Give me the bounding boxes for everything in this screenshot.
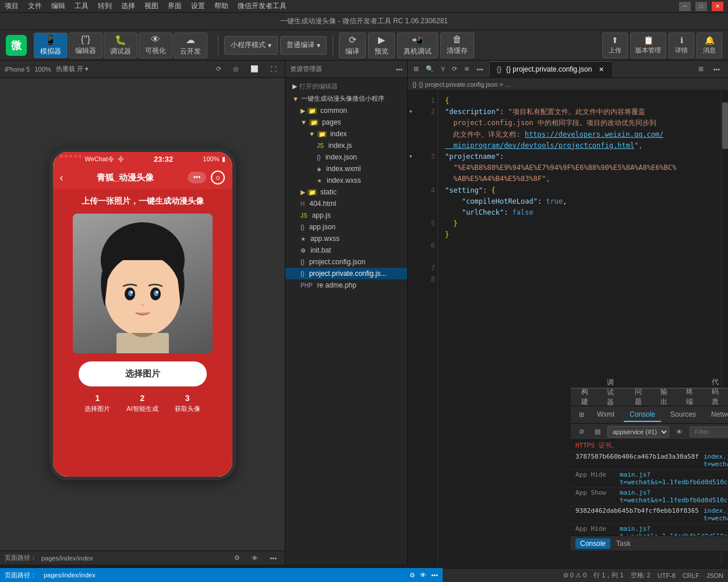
js-icon2: JS (301, 212, 308, 219)
phone-select-btn[interactable]: 选择图片 (79, 361, 207, 386)
sim-inspect-btn[interactable]: ◎ (229, 64, 242, 74)
devtools-bottom-tabs: Console Task (571, 535, 728, 551)
tree-404-html[interactable]: H 404.html (285, 198, 407, 210)
tree-pages[interactable]: ▼ 📁 pages (285, 116, 407, 128)
tree-app-wxss[interactable]: ★ app.wxss (285, 233, 407, 244)
ellipsis-btn[interactable]: ••• (709, 64, 723, 74)
editor-btn-toolbar[interactable]: {"} 编辑器 (69, 33, 103, 58)
tree-readme-php[interactable]: PHP re adme.php (285, 279, 407, 291)
page-path-value: pages/index/index (41, 555, 93, 562)
debugger-btn-toolbar[interactable]: 🐛 调试器 (104, 33, 137, 58)
tree-index-json[interactable]: {} index.json (285, 151, 407, 163)
menu-settings[interactable]: 设置 (191, 1, 205, 11)
tree-static[interactable]: ▶ 📁 static (285, 186, 407, 198)
compile-dropdown[interactable]: 普通编译 ▾ (280, 36, 327, 55)
console-row-5: App Hide main.js?t=wechat&s=1.1fedbfb6d0… (571, 524, 728, 535)
row5-link[interactable]: main.js?t=wechat&s=1.1fedbfb6d0d510c39:1 (620, 525, 728, 535)
row4-link[interactable]: index.js?t=wechat&s=_d2da338fee6ca30d1:1 (704, 507, 728, 522)
row2-link[interactable]: main.js?t=wechat&s=1.1fedbfb6d0d510c39:1 (620, 471, 728, 486)
console-filter-input[interactable] (690, 427, 728, 437)
console-bottom-tab[interactable]: Console (575, 538, 610, 549)
appservice-select[interactable]: appservice (#1) (607, 426, 669, 438)
visual-btn[interactable]: 👁 可视化 (139, 33, 172, 58)
remote-debug-btn[interactable]: 📲 真机调试 (397, 33, 438, 58)
wxml-btn[interactable]: ≋ (462, 64, 472, 74)
git-btn[interactable]: Y (439, 65, 447, 74)
eye-icon-btn[interactable]: 👁 (248, 553, 261, 563)
status-settings-btn[interactable]: ⚙ (409, 572, 415, 579)
split-editor-btn[interactable]: ⊞ (411, 64, 421, 74)
search-editor-btn[interactable]: 🔍 (423, 64, 436, 74)
tree-root-folder[interactable]: ▼ 一键生成动漫头像微信小程序 (285, 93, 407, 105)
tree-index-js[interactable]: JS index.js (285, 140, 407, 151)
more-editor-btn[interactable]: ••• (474, 65, 486, 74)
menu-ui[interactable]: 界面 (168, 1, 182, 11)
eye-filter-btn[interactable]: 👁 (673, 427, 686, 436)
wxml-tab[interactable]: Wxml (591, 408, 620, 422)
simulator-btn[interactable]: 📱 模拟器 (34, 33, 68, 58)
menu-wechat[interactable]: 微信开发者工具 (238, 1, 287, 11)
detail-btn[interactable]: ℹ 详情 (669, 33, 694, 58)
close-btn[interactable]: ✕ (712, 2, 723, 11)
network-tab[interactable]: Network (705, 408, 728, 422)
upload-btn[interactable]: ⬆ 上传 (602, 33, 628, 58)
cloud-btn[interactable]: ☁ 云开发 (174, 33, 207, 58)
compile-btn[interactable]: ⟳ 编译 (339, 33, 366, 58)
row-col: 行 1，列 1 (593, 571, 623, 580)
step-1: 1 选择图片 (84, 393, 110, 413)
menu-edit[interactable]: 编辑 (51, 1, 65, 11)
status-more-btn[interactable]: ••• (431, 572, 438, 579)
menu-help[interactable]: 帮助 (214, 1, 228, 11)
tree-project-config[interactable]: {} project.config.json (285, 256, 407, 268)
tree-common[interactable]: ▶ 📁 common (285, 105, 407, 116)
maximize-btn[interactable]: □ (695, 2, 707, 11)
console-tab[interactable]: Console (624, 408, 661, 422)
console-row-https: HTTPS 证书。 (571, 440, 728, 452)
editor-tab-private-config[interactable]: {} {} project.private.config.json ✕ (490, 61, 612, 77)
task-bottom-tab[interactable]: Task (612, 538, 635, 549)
status-eye-btn[interactable]: 👁 (420, 572, 426, 579)
preview-btn[interactable]: ▶ 预览 (368, 33, 395, 58)
tree-index-wxss[interactable]: ★ index.wxss (285, 175, 407, 186)
scrollbar-thumb[interactable] (722, 102, 728, 149)
tree-open-editors[interactable]: ▶ 打开的编辑器 (285, 80, 407, 93)
new-file-btn[interactable]: ⊞ (695, 64, 707, 74)
menu-project[interactable]: 项目 (5, 1, 19, 11)
tree-index[interactable]: ▼ 📁 index (285, 128, 407, 140)
clear-cache-btn[interactable]: 🗑 清缓存 (440, 33, 474, 58)
wxml-panel-btn[interactable]: ⊞ (575, 410, 588, 420)
tree-index-wxml[interactable]: ◈ index.wxml (285, 163, 407, 175)
tab-close-icon[interactable]: ✕ (599, 66, 604, 73)
version-btn[interactable]: 📋 版本管理 (630, 33, 666, 58)
dot1 (60, 155, 63, 158)
message-btn[interactable]: 🔔 消息 (697, 33, 722, 58)
sim-refresh-btn[interactable]: ⟳ (213, 64, 225, 74)
sim-fullscreen-btn[interactable]: ⛶ (267, 64, 280, 74)
top-level-btn[interactable]: ▤ (591, 427, 604, 436)
tree-app-js[interactable]: JS app.js (285, 210, 407, 221)
file-tree-more[interactable]: ••• (395, 66, 402, 73)
mode-dropdown[interactable]: 小程序模式 ▾ (224, 36, 278, 55)
menu-select[interactable]: 选择 (121, 1, 135, 11)
sep2 (333, 35, 333, 56)
menu-goto[interactable]: 转到 (98, 1, 112, 11)
tab-label: {} project.private.config.json (506, 65, 592, 73)
sim-rotate-btn[interactable]: ⬜ (247, 64, 262, 74)
menu-tools[interactable]: 工具 (75, 1, 89, 11)
menu-file[interactable]: 文件 (28, 1, 42, 11)
tree-app-json[interactable]: {} app.json (285, 221, 407, 233)
more-icon-btn[interactable]: ••• (266, 553, 280, 563)
refresh-editor-btn[interactable]: ⟳ (450, 64, 460, 74)
tree-project-private[interactable]: {} project.private.config.js... (285, 268, 407, 279)
hotreload-btn[interactable]: 热重载 开 ▾ (56, 65, 89, 73)
row3-link[interactable]: main.js?t=wechat&s=1.1fedbfb6d0d510c39:1 (620, 489, 728, 504)
row1-link[interactable]: index.js?t=wechat&s=_d2da338fee6ca30d1:1 (704, 453, 728, 468)
index-wxml-label: index.wxml (326, 165, 361, 173)
sources-tab[interactable]: Sources (665, 408, 702, 422)
minimize-btn[interactable]: ─ (679, 2, 691, 11)
project-private-label: project.private.config.js... (309, 269, 387, 278)
menu-view[interactable]: 视图 (144, 1, 158, 11)
tree-init-bat[interactable]: ⚙ init.bat (285, 244, 407, 256)
settings-icon-btn[interactable]: ⚙ (231, 553, 243, 563)
ban-btn[interactable]: ⊘ (575, 427, 588, 436)
